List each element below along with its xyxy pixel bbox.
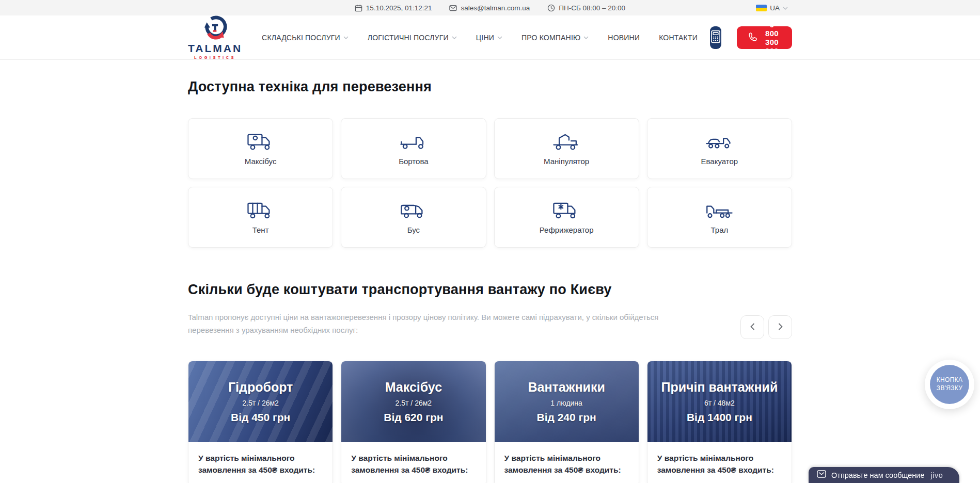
vehicle-card-label: Бус (407, 226, 420, 234)
nav-item-про-компанію[interactable]: ПРО КОМПАНІЮ (521, 34, 589, 42)
pricing-card-spec: 1 людина (550, 399, 582, 407)
chat-widget-bar[interactable]: Отправьте нам сообщение jivo (809, 467, 959, 483)
chevron-down-icon (583, 36, 589, 39)
pricing-card-spec: 2.5т / 26м2 (242, 399, 279, 407)
pricing-card-name: Причіп вантажний (661, 380, 778, 395)
main-content: Доступна техніка для перевезення Максібу… (188, 59, 792, 483)
calculator-button[interactable] (710, 26, 721, 49)
pricing-card[interactable]: Вантажники 1 людина Від 240 грн У вартіс… (494, 361, 639, 483)
flatbed-truck-icon (400, 132, 428, 151)
talman-emblem-icon (203, 15, 227, 42)
chevron-down-icon (343, 36, 349, 39)
pricing-card[interactable]: Гідроборт 2.5т / 26м2 Від 450 грн У варт… (188, 361, 333, 483)
pricing-card-price: Від 450 грн (231, 411, 290, 424)
vehicle-card-label: Трал (710, 226, 728, 234)
main-nav: СКЛАДСЬКІ ПОСЛУГИ ЛОГІСТИЧНІ ПОСЛУГИ ЦІН… (262, 34, 698, 42)
vehicle-card-label: Тент (252, 226, 269, 234)
envelope-icon (449, 4, 457, 12)
pricing-card-price: Від 1400 грн (687, 411, 752, 424)
vehicle-card[interactable]: Бортова (341, 118, 486, 179)
jivo-logo: jivo (931, 471, 943, 479)
carousel-prev-button[interactable] (740, 315, 764, 339)
nav-item-складські-послуги[interactable]: СКЛАДСЬКІ ПОСЛУГИ (262, 34, 349, 42)
vehicle-card-label: Маніпулятор (544, 157, 589, 166)
language-picker[interactable]: UA (756, 0, 788, 15)
phone-icon (748, 32, 758, 43)
nav-item-новини[interactable]: НОВИНИ (608, 34, 640, 42)
pricing-card-note: У вартість мінімального замовлення за 45… (657, 452, 782, 476)
nav-item-ціни[interactable]: ЦІНИ (476, 34, 502, 42)
pricing-card-spec: 6т / 48м2 (704, 399, 735, 407)
chevron-down-icon (497, 36, 502, 39)
pricing-description: Talman пропонує доступні ціни на вантажо… (188, 311, 668, 337)
pricing-card-price: Від 240 грн (536, 411, 596, 424)
calculator-icon (710, 30, 721, 45)
carousel-next-button[interactable] (768, 315, 792, 339)
fridge-truck-icon (552, 200, 580, 220)
tent-truck-icon (247, 200, 275, 220)
clock-icon (547, 4, 555, 12)
chat-message-label: Отправьте нам сообщение (831, 471, 925, 479)
pricing-card-name: Гідроборт (228, 380, 293, 395)
pricing-cards-grid: Гідроборт 2.5т / 26м2 Від 450 грн У варт… (188, 361, 792, 483)
ukraine-flag-icon (756, 5, 767, 11)
calendar-icon (355, 4, 362, 12)
vehicle-card[interactable]: Тент (188, 187, 333, 248)
topbar-email-label: sales@talman.com.ua (461, 4, 530, 12)
pricing-card-spec: 2.5т / 26м2 (396, 399, 432, 407)
vehicle-card[interactable]: Максібус (188, 118, 333, 179)
pricing-section-title: Скільки буде коштувати транспортування в… (188, 282, 792, 298)
chevron-right-icon (778, 323, 783, 332)
van-icon (400, 200, 428, 220)
contact-bubble-label: КНОПКАЗВ'ЯЗКУ (930, 365, 969, 404)
tow-truck-icon (705, 132, 733, 151)
pricing-card[interactable]: Причіп вантажний 6т / 48м2 Від 1400 грн … (647, 361, 792, 483)
pricing-card-note: У вартість мінімального замовлення за 45… (504, 452, 629, 476)
vehicle-card-label: Максібус (245, 157, 277, 166)
nav-item-логістичні-послуги[interactable]: ЛОГІСТИЧНІ ПОСЛУГИ (368, 34, 457, 42)
pricing-card-name: Максібус (385, 380, 442, 395)
topbar: 15.10.2025, 01:12:21 sales@talman.com.ua… (0, 0, 980, 15)
logo[interactable]: TALMAN LOGISTICS (188, 15, 242, 60)
vehicles-section-title: Доступна техніка для перевезення (188, 59, 792, 95)
pricing-card-name: Вантажники (528, 380, 605, 395)
envelope-icon (817, 470, 826, 480)
contact-bubble-button[interactable]: КНОПКАЗВ'ЯЗКУ (925, 360, 974, 409)
pricing-card-photo: Максібус 2.5т / 26м2 Від 620 грн (341, 361, 485, 442)
phone-number-label: 0 800 300 990 (763, 20, 781, 55)
header: TALMAN LOGISTICS СКЛАДСЬКІ ПОСЛУГИ ЛОГІС… (0, 15, 980, 59)
pricing-card[interactable]: Максібус 2.5т / 26м2 Від 620 грн У варті… (341, 361, 486, 483)
vehicle-card[interactable]: Трал (647, 187, 792, 248)
chevron-left-icon (750, 323, 755, 332)
pricing-card-photo: Вантажники 1 людина Від 240 грн (495, 361, 639, 442)
phone-button[interactable]: 0 800 300 990 (737, 26, 792, 49)
pricing-card-price: Від 620 грн (384, 411, 443, 424)
logo-subtitle: LOGISTICS (194, 55, 236, 60)
pricing-card-note: У вартість мінімального замовлення за 45… (198, 452, 323, 476)
pricing-carousel-controls (740, 315, 792, 339)
topbar-datetime: 15.10.2025, 01:12:21 (355, 4, 432, 12)
topbar-email[interactable]: sales@talman.com.ua (449, 4, 530, 12)
vehicle-cards-grid: Максібус Бортова Маніпулятор Евакуатор Т… (188, 118, 792, 248)
topbar-datetime-label: 15.10.2025, 01:12:21 (366, 4, 432, 12)
nav-item-контакти[interactable]: КОНТАКТИ (659, 34, 698, 42)
crane-truck-icon (552, 132, 580, 151)
vehicle-card[interactable]: Бус (341, 187, 486, 248)
logo-title: TALMAN (188, 43, 242, 54)
vehicle-card[interactable]: Маніпулятор (494, 118, 639, 179)
vehicle-card-label: Бортова (399, 157, 428, 166)
vehicle-card[interactable]: Евакуатор (647, 118, 792, 179)
vehicle-card-label: Рефрижератор (540, 226, 594, 234)
pricing-card-photo: Гідроборт 2.5т / 26м2 Від 450 грн (188, 361, 333, 442)
vehicle-card[interactable]: Рефрижератор (494, 187, 639, 248)
box-truck-icon (247, 132, 275, 151)
chevron-down-icon (452, 36, 457, 39)
vehicle-card-label: Евакуатор (701, 157, 738, 166)
trailer-truck-icon (705, 200, 733, 220)
topbar-hours: ПН-СБ 08:00 – 20:00 (547, 4, 625, 12)
language-label: UA (770, 4, 780, 12)
topbar-hours-label: ПН-СБ 08:00 – 20:00 (559, 4, 625, 12)
pricing-card-note: У вартість мінімального замовлення за 45… (351, 452, 476, 476)
chevron-down-icon (783, 7, 788, 10)
pricing-card-photo: Причіп вантажний 6т / 48м2 Від 1400 грн (647, 361, 792, 442)
